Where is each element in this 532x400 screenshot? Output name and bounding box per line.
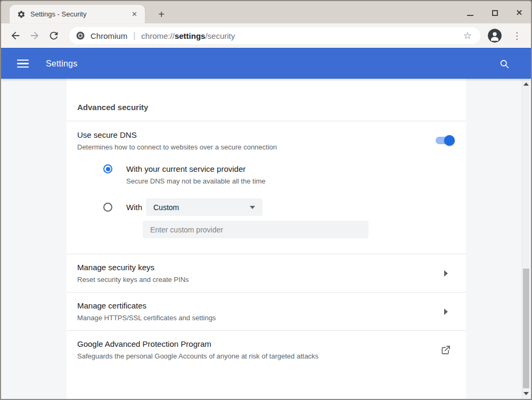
minimize-button[interactable]	[466, 9, 474, 17]
tab-close-icon[interactable]: ✕	[129, 9, 140, 19]
manage-security-keys-row[interactable]: Manage security keys Reset security keys…	[67, 254, 466, 292]
browser-toolbar: Chromium | chrome://settings/security ☆ …	[1, 23, 531, 48]
row-title: Manage security keys	[77, 263, 434, 272]
row-title: Manage certificates	[77, 301, 434, 310]
secure-dns-title: Use secure DNS	[77, 130, 455, 139]
secure-dns-section: Use secure DNS Determines how to connect…	[67, 121, 466, 254]
url-scheme: chrome://	[141, 31, 175, 40]
browser-window: Settings - Security ✕ + ✕ Chromium | chr…	[0, 0, 532, 400]
url-host: settings	[175, 31, 206, 40]
manage-certificates-row[interactable]: Manage certificates Manage HTTPS/SSL cer…	[67, 292, 466, 330]
address-bar[interactable]: Chromium | chrome://settings/security ☆	[69, 27, 480, 44]
security-card: Advanced security Use secure DNS Determi…	[67, 79, 466, 399]
reload-icon[interactable]	[48, 30, 60, 41]
row-subtitle: Reset security keys and create PINs	[77, 276, 434, 284]
secure-dns-subtitle: Determines how to connect to websites ov…	[77, 143, 455, 151]
row-subtitle: Manage HTTPS/SSL certificates and settin…	[77, 314, 434, 322]
new-tab-button[interactable]: +	[154, 9, 168, 21]
forward-icon[interactable]	[29, 30, 40, 41]
scroll-down-icon[interactable]	[522, 389, 529, 398]
row-title: Google Advanced Protection Program	[77, 339, 434, 348]
url-separator: |	[133, 31, 135, 40]
settings-gear-icon	[17, 10, 26, 19]
chevron-right-icon	[444, 270, 448, 277]
radio-selected-icon[interactable]	[103, 164, 112, 173]
tab-title: Settings - Security	[30, 10, 129, 18]
settings-content: Advanced security Use secure DNS Determi…	[1, 79, 531, 399]
advanced-protection-row[interactable]: Google Advanced Protection Program Safeg…	[67, 330, 466, 369]
back-icon[interactable]	[10, 30, 21, 41]
scrollbar[interactable]	[522, 79, 529, 399]
dns-option-provider[interactable]: With your current service provider Secur…	[103, 164, 455, 185]
settings-title: Settings	[46, 59, 77, 69]
tab-settings-security[interactable]: Settings - Security ✕	[10, 5, 145, 23]
settings-header: Settings	[1, 48, 531, 79]
window-controls: ✕	[466, 9, 523, 17]
chevron-down-icon	[250, 206, 255, 209]
url-path: /security	[205, 31, 235, 40]
search-icon[interactable]	[499, 59, 510, 69]
maximize-button[interactable]	[490, 9, 499, 17]
bookmark-star-icon[interactable]: ☆	[460, 30, 475, 41]
chromium-logo-icon	[76, 31, 85, 40]
profile-avatar[interactable]	[488, 29, 502, 43]
window-close-button[interactable]: ✕	[515, 9, 523, 17]
browser-menu-icon[interactable]: ⋮	[509, 30, 525, 41]
custom-provider-input[interactable]	[143, 221, 369, 238]
custom-provider-dropdown[interactable]: Custom	[146, 198, 263, 216]
site-name: Chromium	[91, 31, 127, 40]
hamburger-menu-icon[interactable]	[17, 57, 29, 70]
dropdown-value: Custom	[153, 203, 179, 212]
dns-option-provider-label: With your current service provider	[126, 164, 266, 173]
external-link-icon	[440, 345, 451, 355]
tab-strip: Settings - Security ✕ + ✕	[1, 1, 531, 23]
scrollbar-thumb[interactable]	[523, 269, 529, 388]
radio-unselected-icon[interactable]	[103, 203, 112, 212]
dns-option-provider-sublabel: Secure DNS may not be available all the …	[126, 177, 266, 185]
section-heading: Advanced security	[67, 79, 466, 121]
dns-option-custom-label: With	[126, 203, 142, 212]
row-subtitle: Safeguards the personal Google Accounts …	[77, 352, 434, 360]
chevron-right-icon	[444, 309, 448, 315]
secure-dns-toggle[interactable]	[436, 137, 453, 144]
scroll-up-icon[interactable]	[522, 80, 529, 88]
dns-option-custom[interactable]: With Custom	[103, 198, 455, 216]
